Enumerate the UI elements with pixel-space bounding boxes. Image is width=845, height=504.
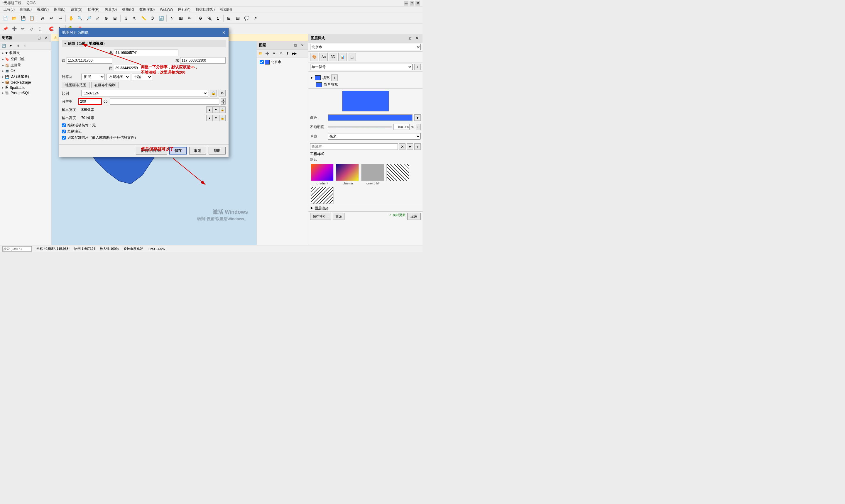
checkbox-annotation-row: 绘制注记 [62, 129, 226, 134]
east-label: 东 [175, 58, 179, 63]
height-up-btn[interactable]: ▲ [206, 115, 213, 121]
dpi-label: 分辨率 [62, 99, 76, 104]
output-width-value: 839像素 [81, 107, 94, 112]
output-width-label: 输出宽度 [62, 107, 80, 112]
scale-select[interactable]: 1:607124 [81, 90, 208, 96]
dialog-footer: 复制到剪贴板 保存 取消 帮助 [59, 144, 229, 157]
copy-clipboard-btn[interactable]: 复制到剪贴板 [136, 147, 167, 155]
draw-annotation-checkbox[interactable] [62, 130, 66, 133]
dialog-overlay: 地图另存为图像 ✕ ▼ 范围（当前：地图视图） 北 [0, 0, 423, 252]
range-section-header: ▼ 范围（当前：地图视图） [62, 40, 226, 47]
calc-from-row: 计算从 图层 布局地图 书签 [62, 74, 226, 80]
calc-from-label: 计算从 [62, 74, 80, 79]
west-input[interactable] [67, 57, 112, 64]
output-width-controls: ▲ ▼ 🔒 [206, 106, 226, 113]
range-section-arrow: ▼ [64, 42, 67, 45]
save-btn[interactable]: 保存 [169, 147, 187, 155]
height-down-btn[interactable]: ▼ [213, 115, 219, 121]
dpi-row: 分辨率 dpi ▲ ▼ [62, 98, 226, 105]
dpi-spin-down[interactable]: ▼ [221, 102, 226, 105]
scale-lock-btn[interactable]: 🔒 [210, 90, 217, 96]
output-height-value: 701像素 [81, 115, 94, 121]
dpi-spin-up[interactable]: ▲ [221, 98, 226, 102]
north-row: 北 [62, 50, 226, 56]
georef-label: 追加配准信息（嵌入或借助于坐标信息文件） [68, 135, 138, 140]
draw-on-canvas-btn[interactable]: 在画布中绘制 [91, 82, 119, 88]
south-input[interactable] [114, 65, 178, 71]
dpi-input[interactable] [78, 98, 102, 105]
annotation-arrow-2 [170, 156, 229, 191]
width-lock-btn[interactable]: 🔒 [219, 106, 226, 113]
scale-settings-btn[interactable]: ⚙ [218, 90, 226, 96]
coordinates-group: 北 西 东 [62, 50, 226, 71]
dpi-spinbox: ▲ ▼ [221, 98, 226, 105]
output-height-label: 输出高度 [62, 115, 80, 121]
output-height-row: 输出高度 701像素 ▲ ▼ 🔒 [62, 115, 226, 121]
dpi-extra-input [110, 98, 219, 105]
map-canvas-btn[interactable]: 地图画布范围 [62, 82, 89, 88]
scale-label: 比例 [62, 91, 80, 96]
dialog-title-bar: 地图另存为图像 ✕ [59, 28, 229, 37]
width-down-btn[interactable]: ▼ [213, 106, 219, 113]
calc-from-select-bookmark[interactable]: 书签 [132, 74, 152, 80]
dialog-body: ▼ 范围（当前：地图视图） 北 西 [59, 37, 229, 144]
dpi-unit: dpi [104, 100, 108, 104]
calc-from-select-layout[interactable]: 布局地图 [106, 74, 130, 80]
dialog-close-btn[interactable]: ✕ [222, 30, 226, 35]
south-label: 南 [109, 66, 113, 71]
draw-annotation-label: 绘制注记 [68, 129, 82, 134]
map-btn-row: 地图画布范围 在画布中绘制 [62, 82, 226, 88]
height-lock-btn[interactable]: 🔒 [219, 115, 226, 121]
north-input[interactable] [114, 50, 178, 56]
south-row: 南 [62, 65, 226, 71]
checkbox-decoration-row: 绘制活动装饰：无 [62, 123, 226, 128]
scale-row: 比例 1:607124 🔒 ⚙ [62, 90, 226, 96]
save-image-dialog: 地图另存为图像 ✕ ▼ 范围（当前：地图视图） 北 [59, 28, 229, 157]
svg-line-3 [173, 158, 205, 185]
help-btn[interactable]: 帮助 [209, 147, 226, 155]
draw-decoration-label: 绘制活动装饰：无 [68, 123, 96, 128]
west-east-row: 西 东 [62, 57, 226, 64]
checkbox-georef-row: 追加配准信息（嵌入或借助于坐标信息文件） [62, 135, 226, 140]
calc-from-select-layer[interactable]: 图层 [81, 74, 105, 80]
dialog-title-text: 地图另存为图像 [62, 30, 89, 35]
east-input[interactable] [180, 57, 226, 64]
north-label: 北 [109, 50, 113, 55]
range-section-title: 范围（当前：地图视图） [68, 41, 106, 46]
output-height-controls: ▲ ▼ 🔒 [206, 115, 226, 121]
cancel-btn[interactable]: 取消 [189, 147, 206, 155]
width-up-btn[interactable]: ▲ [206, 106, 213, 113]
output-width-row: 输出宽度 839像素 ▲ ▼ 🔒 [62, 106, 226, 113]
draw-decoration-checkbox[interactable] [62, 123, 66, 127]
west-label: 西 [62, 58, 66, 63]
georef-checkbox[interactable] [62, 136, 66, 140]
